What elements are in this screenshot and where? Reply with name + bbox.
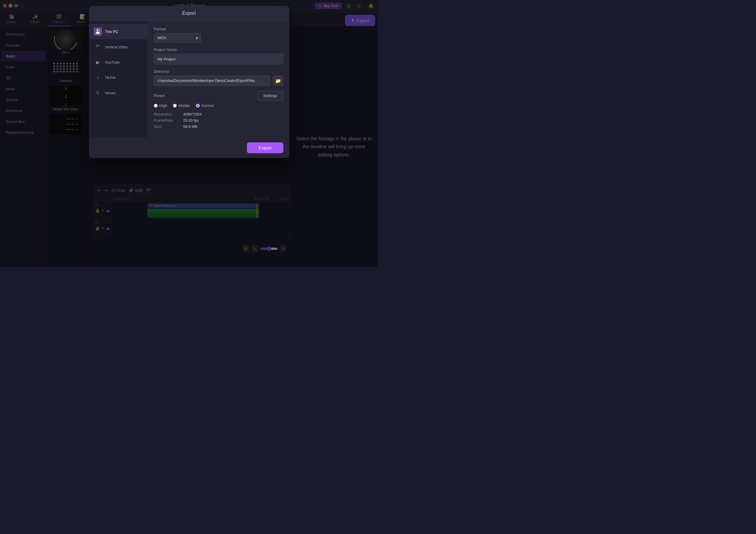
- preset-high-label[interactable]: High: [154, 103, 167, 108]
- preset-section: Preset Settings High Middle: [154, 91, 284, 129]
- specs-grid: Resolution: 4096*2304 FrameRate: 25.00 f…: [154, 112, 284, 129]
- preset-middle-label[interactable]: Middle: [173, 103, 190, 108]
- format-label: Format: [154, 27, 284, 31]
- folder-icon: 📁: [275, 78, 281, 84]
- platform-item-vimeo[interactable]: V Vimeo: [89, 85, 148, 100]
- youtube-icon: ▶: [94, 58, 102, 66]
- tiktok-icon: ♪: [94, 73, 102, 82]
- modal-body: 💾 This PC 📱 Vertical Video ▶ YouTube ♪ T…: [89, 21, 289, 138]
- resolution-value: 4096*2304: [183, 112, 284, 116]
- project-name-group: Project Name: [154, 47, 284, 65]
- platform-item-vertical[interactable]: 📱 Vertical Video: [89, 39, 148, 54]
- size-value: 58.8 MB: [183, 125, 284, 129]
- format-group: Format MOV MP4 AVI GIF: [154, 27, 284, 43]
- modal-header: Export: [89, 6, 289, 21]
- modal-main-form: Format MOV MP4 AVI GIF Project Name: [148, 21, 289, 138]
- framerate-value: 25.00 fps: [183, 118, 284, 123]
- pc-icon: 💾: [94, 27, 102, 36]
- preset-high-radio[interactable]: [154, 104, 158, 108]
- export-modal-overlay: Export 💾 This PC 📱 Vertical Video ▶ YouT…: [0, 0, 378, 267]
- format-select-wrapper: MOV MP4 AVI GIF: [154, 33, 201, 43]
- directory-row: 📁: [154, 75, 284, 86]
- framerate-label: FrameRate:: [154, 118, 183, 123]
- preset-normal-label[interactable]: Normal: [196, 103, 214, 108]
- directory-input[interactable]: [154, 75, 270, 86]
- vimeo-icon: V: [94, 89, 102, 97]
- project-name-input[interactable]: [154, 54, 284, 65]
- modal-footer: Export: [89, 138, 289, 158]
- export-footer-button[interactable]: Export: [247, 142, 283, 153]
- platform-item-youtube[interactable]: ▶ YouTube: [89, 54, 148, 70]
- preset-header: Preset Settings: [154, 91, 284, 100]
- project-name-label: Project Name: [154, 47, 284, 52]
- preset-label: Preset: [154, 94, 165, 98]
- platform-item-pc[interactable]: 💾 This PC: [89, 24, 148, 39]
- preset-normal-radio[interactable]: [196, 104, 200, 108]
- browse-button[interactable]: 📁: [273, 75, 284, 86]
- vertical-icon: 📱: [94, 43, 102, 51]
- settings-button[interactable]: Settings: [257, 91, 284, 100]
- resolution-label: Resolution:: [154, 112, 183, 116]
- modal-platform-sidebar: 💾 This PC 📱 Vertical Video ▶ YouTube ♪ T…: [89, 21, 148, 138]
- directory-group: Directory 📁: [154, 69, 284, 86]
- export-modal: Export 💾 This PC 📱 Vertical Video ▶ YouT…: [89, 6, 289, 158]
- preset-radio-group: High Middle Normal: [154, 103, 284, 108]
- preset-middle-radio[interactable]: [173, 104, 177, 108]
- modal-title: Export: [182, 11, 196, 15]
- format-select[interactable]: MOV MP4 AVI GIF: [154, 33, 201, 43]
- directory-label: Directory: [154, 69, 284, 74]
- platform-item-tiktok[interactable]: ♪ TikTok: [89, 70, 148, 85]
- size-label: Size:: [154, 125, 183, 129]
